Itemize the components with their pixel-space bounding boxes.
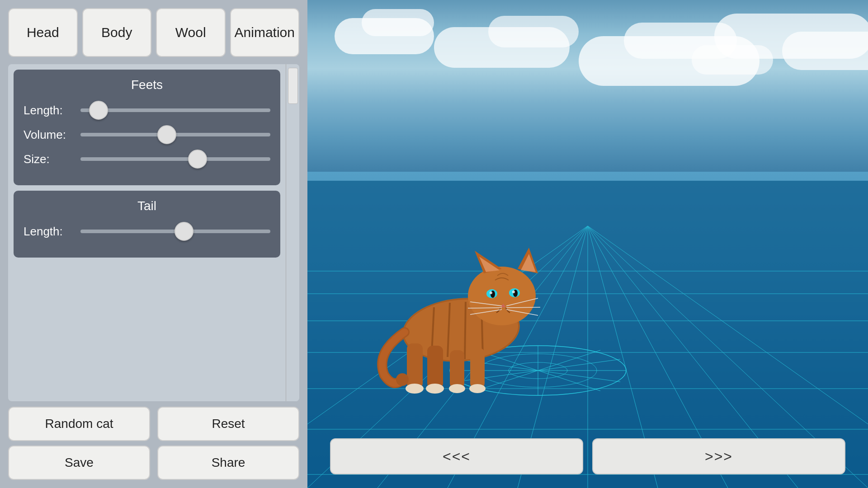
feets-size-label: Size: (24, 152, 73, 166)
svg-point-40 (468, 267, 536, 325)
feets-size-slider[interactable] (80, 157, 270, 161)
sky (307, 0, 868, 172)
svg-point-49 (490, 291, 492, 294)
feets-length-slider[interactable] (80, 108, 270, 112)
svg-rect-58 (470, 348, 485, 389)
scrollbar-track[interactable] (286, 64, 299, 401)
tab-animation[interactable]: Animation (230, 8, 300, 57)
scroll-container: Feets Length: Volume: Size: (8, 64, 299, 401)
svg-point-65 (426, 384, 444, 394)
left-panel: Head Body Wool Animation Feets Length: V… (0, 0, 307, 488)
btn-row-bottom: Save Share (8, 446, 299, 480)
svg-rect-62 (407, 343, 423, 389)
viewport: <<< >>> (307, 0, 868, 488)
tail-length-slider-wrapper (80, 223, 270, 239)
nav-buttons: <<< >>> (330, 438, 845, 474)
tab-body[interactable]: Body (82, 8, 152, 57)
scrollbar-thumb[interactable] (288, 68, 298, 104)
feets-section: Feets Length: Volume: Size: (14, 70, 280, 185)
svg-point-61 (449, 384, 465, 393)
tab-row: Head Body Wool Animation (8, 8, 299, 57)
tab-wool[interactable]: Wool (156, 8, 226, 57)
bottom-buttons: Random cat Reset Save Share (8, 407, 299, 480)
svg-point-66 (396, 373, 409, 386)
tail-section: Tail Length: (14, 191, 280, 258)
svg-point-59 (469, 384, 486, 393)
svg-rect-64 (427, 346, 443, 389)
feets-length-slider-wrapper (80, 102, 270, 118)
feets-size-row: Size: (24, 151, 270, 167)
feets-volume-slider[interactable] (80, 133, 270, 136)
feets-volume-slider-wrapper (80, 127, 270, 143)
tab-head[interactable]: Head (8, 8, 78, 57)
feets-size-slider-wrapper (80, 151, 270, 167)
prev-button[interactable]: <<< (330, 438, 583, 474)
feets-volume-row: Volume: (24, 127, 270, 143)
svg-line-56 (506, 307, 540, 308)
tail-length-row: Length: (24, 223, 270, 239)
svg-point-50 (512, 291, 515, 293)
tail-length-label: Length: (24, 225, 73, 239)
cat-3d-model (362, 199, 579, 416)
scroll-content: Feets Length: Volume: Size: (8, 64, 286, 401)
next-button[interactable]: >>> (592, 438, 845, 474)
reset-button[interactable]: Reset (157, 407, 299, 441)
feets-title: Feets (24, 78, 270, 92)
svg-point-63 (406, 384, 424, 394)
svg-rect-60 (450, 350, 464, 389)
feets-length-row: Length: (24, 102, 270, 118)
random-cat-button[interactable]: Random cat (8, 407, 150, 441)
svg-line-38 (465, 302, 466, 359)
feets-volume-label: Volume: (24, 128, 73, 142)
tail-length-slider[interactable] (80, 230, 270, 233)
share-button[interactable]: Share (157, 446, 299, 480)
tail-title: Tail (24, 199, 270, 213)
save-button[interactable]: Save (8, 446, 150, 480)
btn-row-top: Random cat Reset (8, 407, 299, 441)
svg-line-53 (468, 308, 502, 308)
feets-length-label: Length: (24, 103, 73, 117)
